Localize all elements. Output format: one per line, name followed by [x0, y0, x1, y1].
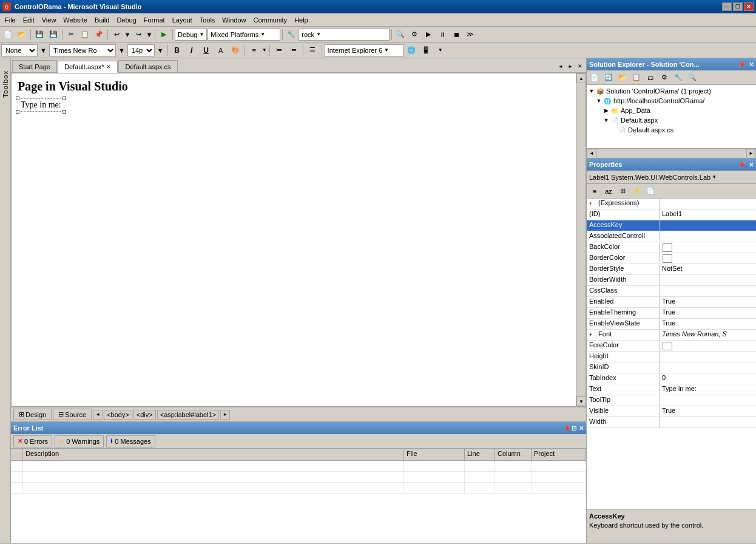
font-select[interactable]: Times New Ro [49, 44, 116, 56]
align-btn[interactable]: ≡ [248, 44, 261, 57]
se-btn3[interactable]: 📂 [616, 71, 629, 84]
label-element[interactable]: Type in me: [18, 98, 64, 112]
messages-filter-btn[interactable]: ℹ 0 Messages [106, 435, 155, 447]
prop-row-text[interactable]: Text Type in me: [587, 384, 756, 395]
prop-row-borderstyle[interactable]: BorderStyle NotSet [587, 264, 756, 275]
tab-start-page[interactable]: Start Page [12, 60, 57, 72]
scroll-down-btn[interactable]: ▼ [576, 396, 586, 406]
numbering-btn[interactable]: ≔ [287, 44, 300, 57]
bordercolor-box[interactable] [663, 254, 672, 263]
undo-btn[interactable]: ↩ [110, 28, 123, 41]
italic-btn[interactable]: I [185, 44, 198, 57]
scroll-up-btn[interactable]: ▲ [576, 73, 586, 83]
scroll-right-btn[interactable]: ► [746, 149, 756, 158]
tab-default-aspx[interactable]: Default.aspx* ✕ [58, 61, 118, 73]
scroll-track-v[interactable] [576, 83, 586, 396]
menu-view[interactable]: View [38, 15, 60, 25]
debug-tools2-btn[interactable]: ⚙ [408, 28, 421, 41]
handle-tl[interactable] [16, 97, 19, 100]
more-tools-btn[interactable]: ≫ [464, 28, 477, 41]
debug-tools4-btn[interactable]: ⏸ [436, 28, 449, 41]
size-select[interactable]: 14pt [127, 44, 155, 56]
tree-app-data[interactable]: ▶ 📁 App_Data [588, 106, 755, 115]
tree-default-aspx[interactable]: ▼ 📄 Default.aspx [588, 115, 755, 125]
tools-icon[interactable]: 🔧 [285, 28, 298, 41]
browser-settings-btn[interactable]: 📱 [419, 44, 433, 57]
breadcrumb-body[interactable]: <body> [104, 410, 132, 420]
prop-row-tooltip[interactable]: ToolTip [587, 395, 756, 406]
prop-pages-btn[interactable]: 📄 [644, 185, 657, 198]
prop-row-skinid[interactable]: SkinID [587, 362, 756, 373]
backcolor-box[interactable] [663, 243, 672, 252]
error-pin-btn[interactable]: 📌 [563, 425, 570, 432]
close-button[interactable]: ✕ [744, 2, 754, 11]
tab-default-aspx-cs[interactable]: Default.aspx.cs [118, 60, 177, 72]
breadcrumb-div[interactable]: <div> [133, 410, 156, 420]
restore-button[interactable]: ❐ [733, 2, 743, 11]
prop-row-bordercolor[interactable]: BorderColor [587, 253, 756, 264]
col-project[interactable]: Project [532, 449, 586, 460]
prop-props-btn[interactable]: ⊞ [616, 185, 629, 198]
breadcrumb-next[interactable]: ► [220, 410, 230, 420]
more-format-btn[interactable]: ▼ [434, 44, 447, 57]
highlight-btn[interactable]: 🎨 [229, 44, 242, 57]
debug-tools3-btn[interactable]: ▶ [422, 28, 435, 41]
menu-file[interactable]: File [1, 15, 19, 25]
handle-br[interactable] [62, 110, 66, 114]
tab-scroll-right[interactable]: ► [565, 60, 575, 72]
se-btn1[interactable]: 📄 [588, 71, 601, 84]
props-close-btn[interactable]: ✕ [749, 162, 754, 168]
se-btn6[interactable]: ⚙ [658, 71, 671, 84]
browser-dropdown[interactable]: Internet Explorer 6 ▼ [325, 44, 403, 56]
prop-alpha-btn[interactable]: az [602, 185, 615, 198]
se-btn7[interactable]: 🔧 [672, 71, 685, 84]
breadcrumb-label[interactable]: <asp:label#label1> [157, 410, 219, 420]
underline-btn[interactable]: U [200, 44, 213, 57]
se-btn8[interactable]: 🔍 [686, 71, 699, 84]
prop-row-assoc[interactable]: AssociatedControlI [587, 231, 756, 242]
cut-btn[interactable]: ✂ [64, 28, 78, 41]
solution-pin-btn[interactable]: 📌 [738, 61, 745, 68]
col-num[interactable] [11, 449, 23, 460]
open-btn[interactable]: 📂 [15, 28, 29, 41]
menu-website[interactable]: Website [59, 15, 91, 25]
menu-tools[interactable]: Tools [196, 15, 219, 25]
menu-community[interactable]: Community [249, 15, 291, 25]
project-expand[interactable]: ▼ [595, 97, 602, 104]
col-column[interactable]: Column [495, 449, 532, 460]
menu-layout[interactable]: Layout [169, 15, 196, 25]
menu-format[interactable]: Format [140, 15, 169, 25]
minimize-button[interactable]: — [722, 2, 732, 11]
handle-tr[interactable] [62, 97, 66, 100]
source-view-btn[interactable]: ⊟ Source [53, 409, 92, 420]
debug-mode-dropdown[interactable]: Debug ▼ [175, 29, 207, 41]
undo-dropdown[interactable]: ▼ [124, 28, 131, 41]
se-btn5[interactable]: 🗂 [644, 71, 657, 84]
menu-help[interactable]: Help [291, 15, 312, 25]
save-btn[interactable]: 💾 [33, 28, 46, 41]
menu-window[interactable]: Window [218, 15, 249, 25]
prop-row-enabled[interactable]: Enabled True [587, 297, 756, 308]
redo-dropdown[interactable]: ▼ [146, 28, 153, 41]
forecolor-box[interactable] [663, 342, 672, 350]
scroll-track-h[interactable] [596, 149, 746, 158]
solution-close-btn[interactable]: ✕ [749, 61, 754, 68]
solution-expand[interactable]: ▼ [588, 87, 595, 95]
col-file[interactable]: File [404, 449, 465, 460]
scrollbar-vertical[interactable]: ▲ ▼ [576, 73, 586, 406]
toolbox-label[interactable]: Toolbox [2, 70, 9, 98]
se-btn4[interactable]: 📋 [630, 71, 643, 84]
warnings-filter-btn[interactable]: ⚠ 0 Warnings [55, 435, 104, 447]
tree-project[interactable]: ▼ 🌐 http://localhost/ControlORama/ [588, 96, 755, 106]
debug-tools-btn[interactable]: 🔍 [394, 28, 407, 41]
bullets-btn[interactable]: ≔ [272, 44, 286, 57]
prop-row-font[interactable]: + Font Times New Roman, S [587, 330, 756, 341]
debug-tools5-btn[interactable]: ⏹ [450, 28, 463, 41]
tree-solution[interactable]: ▼ 📦 Solution 'ControlORama' (1 project) [588, 86, 755, 96]
prop-events-btn[interactable]: ⚡ [630, 185, 643, 198]
menu-build[interactable]: Build [91, 15, 113, 25]
error-pin-horiz[interactable]: ⊡ [572, 425, 576, 432]
design-view-btn[interactable]: ⊞ Design [13, 409, 52, 420]
prop-value-accesskey[interactable] [660, 220, 756, 231]
scroll-left-btn[interactable]: ◄ [587, 149, 596, 158]
